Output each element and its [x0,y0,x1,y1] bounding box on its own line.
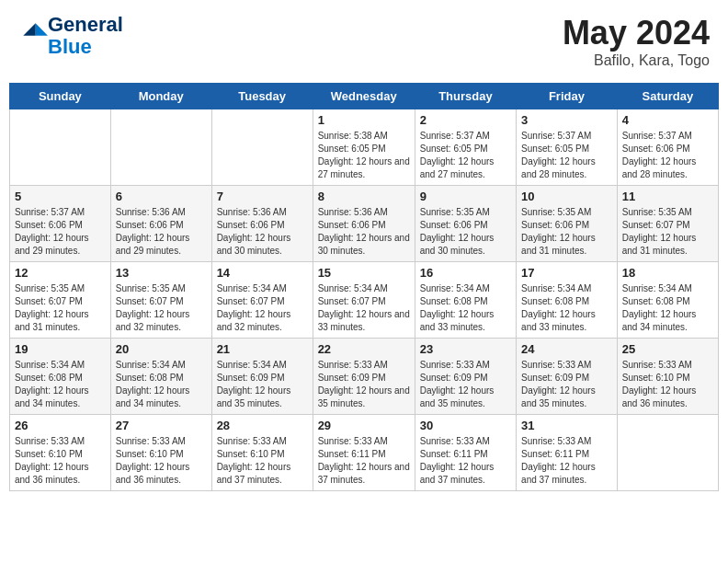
calendar-cell: 24Sunrise: 5:33 AM Sunset: 6:09 PM Dayli… [517,339,618,415]
day-info: Sunrise: 5:34 AM Sunset: 6:08 PM Dayligh… [15,359,106,410]
day-number: 8 [318,190,410,203]
calendar-cell: 18Sunrise: 5:34 AM Sunset: 6:08 PM Dayli… [617,262,718,339]
day-info: Sunrise: 5:34 AM Sunset: 6:08 PM Dayligh… [622,282,713,334]
calendar-cell: 22Sunrise: 5:33 AM Sunset: 6:09 PM Dayli… [313,339,415,415]
calendar-cell: 5Sunrise: 5:37 AM Sunset: 6:06 PM Daylig… [10,186,111,262]
day-info: Sunrise: 5:35 AM Sunset: 6:06 PM Dayligh… [420,206,511,258]
day-number: 1 [318,113,410,127]
calendar-cell: 4Sunrise: 5:37 AM Sunset: 6:06 PM Daylig… [617,109,718,186]
logo-icon [20,20,48,48]
calendar-cell: 3Sunrise: 5:37 AM Sunset: 6:05 PM Daylig… [517,109,618,186]
calendar-cell: 23Sunrise: 5:33 AM Sunset: 6:09 PM Dayli… [415,339,516,415]
page-header: General Blue May 2024 Bafilo, Kara, Togo [9,9,719,74]
day-number: 20 [116,342,207,356]
day-number: 26 [15,419,106,432]
day-number: 29 [318,419,410,432]
day-number: 14 [217,266,308,280]
day-number: 5 [15,190,106,203]
day-info: Sunrise: 5:33 AM Sunset: 6:11 PM Dayligh… [521,435,612,487]
weekday-saturday: Saturday [617,84,718,109]
calendar-cell: 25Sunrise: 5:33 AM Sunset: 6:10 PM Dayli… [617,339,718,415]
day-number: 9 [420,190,511,203]
weekday-monday: Monday [110,84,211,109]
day-number: 11 [622,190,713,203]
logo-line1: General [48,14,123,36]
day-number: 16 [420,266,511,280]
day-info: Sunrise: 5:36 AM Sunset: 6:06 PM Dayligh… [116,206,207,258]
day-number: 7 [217,190,308,203]
calendar-cell: 20Sunrise: 5:34 AM Sunset: 6:08 PM Dayli… [110,339,211,415]
title-block: May 2024 Bafilo, Kara, Togo [563,14,710,69]
week-row-1: 1Sunrise: 5:38 AM Sunset: 6:05 PM Daylig… [10,109,719,186]
day-info: Sunrise: 5:34 AM Sunset: 6:09 PM Dayligh… [217,359,308,410]
day-number: 19 [15,342,106,356]
day-info: Sunrise: 5:34 AM Sunset: 6:08 PM Dayligh… [521,282,612,334]
day-info: Sunrise: 5:35 AM Sunset: 6:07 PM Dayligh… [116,282,207,334]
logo-line2: Blue [48,36,123,58]
calendar-cell: 28Sunrise: 5:33 AM Sunset: 6:10 PM Dayli… [211,415,313,491]
calendar-cell: 14Sunrise: 5:34 AM Sunset: 6:07 PM Dayli… [211,262,313,339]
calendar-cell: 30Sunrise: 5:33 AM Sunset: 6:11 PM Dayli… [415,415,516,491]
weekday-friday: Friday [517,84,618,109]
day-number: 12 [15,266,106,280]
day-info: Sunrise: 5:37 AM Sunset: 6:06 PM Dayligh… [622,130,713,181]
svg-marker-1 [23,24,35,36]
day-info: Sunrise: 5:37 AM Sunset: 6:05 PM Dayligh… [521,130,612,181]
calendar-cell: 1Sunrise: 5:38 AM Sunset: 6:05 PM Daylig… [313,109,415,186]
day-number: 15 [318,266,410,280]
day-number: 25 [622,342,713,356]
day-info: Sunrise: 5:33 AM Sunset: 6:11 PM Dayligh… [318,435,410,487]
calendar-cell: 26Sunrise: 5:33 AM Sunset: 6:10 PM Dayli… [10,415,111,491]
logo: General Blue [18,14,123,58]
calendar-cell: 16Sunrise: 5:34 AM Sunset: 6:08 PM Dayli… [415,262,516,339]
day-info: Sunrise: 5:35 AM Sunset: 6:07 PM Dayligh… [622,206,713,258]
day-number: 21 [217,342,308,356]
week-row-3: 12Sunrise: 5:35 AM Sunset: 6:07 PM Dayli… [10,262,719,339]
day-number: 4 [622,113,713,127]
day-info: Sunrise: 5:33 AM Sunset: 6:10 PM Dayligh… [217,435,308,487]
calendar-cell: 29Sunrise: 5:33 AM Sunset: 6:11 PM Dayli… [313,415,415,491]
weekday-wednesday: Wednesday [313,84,415,109]
calendar-cell [10,109,111,186]
day-info: Sunrise: 5:38 AM Sunset: 6:05 PM Dayligh… [318,130,410,181]
day-info: Sunrise: 5:33 AM Sunset: 6:10 PM Dayligh… [116,435,207,487]
day-info: Sunrise: 5:36 AM Sunset: 6:06 PM Dayligh… [318,206,410,258]
day-info: Sunrise: 5:33 AM Sunset: 6:09 PM Dayligh… [521,359,612,410]
calendar-cell: 10Sunrise: 5:35 AM Sunset: 6:06 PM Dayli… [517,186,618,262]
day-info: Sunrise: 5:34 AM Sunset: 6:08 PM Dayligh… [116,359,207,410]
calendar-cell: 31Sunrise: 5:33 AM Sunset: 6:11 PM Dayli… [517,415,618,491]
day-number: 2 [420,113,511,127]
calendar-cell: 6Sunrise: 5:36 AM Sunset: 6:06 PM Daylig… [110,186,211,262]
day-number: 22 [318,342,410,356]
day-info: Sunrise: 5:36 AM Sunset: 6:06 PM Dayligh… [217,206,308,258]
calendar-cell: 17Sunrise: 5:34 AM Sunset: 6:08 PM Dayli… [517,262,618,339]
svg-marker-0 [36,24,48,36]
day-info: Sunrise: 5:34 AM Sunset: 6:08 PM Dayligh… [420,282,511,334]
calendar-cell: 2Sunrise: 5:37 AM Sunset: 6:05 PM Daylig… [415,109,516,186]
calendar-cell [110,109,211,186]
calendar-cell: 15Sunrise: 5:34 AM Sunset: 6:07 PM Dayli… [313,262,415,339]
day-number: 3 [521,113,612,127]
day-number: 24 [521,342,612,356]
day-number: 13 [116,266,207,280]
day-number: 10 [521,190,612,203]
day-info: Sunrise: 5:34 AM Sunset: 6:07 PM Dayligh… [318,282,410,334]
weekday-tuesday: Tuesday [211,84,313,109]
weekday-sunday: Sunday [10,84,111,109]
calendar-cell: 7Sunrise: 5:36 AM Sunset: 6:06 PM Daylig… [211,186,313,262]
day-info: Sunrise: 5:33 AM Sunset: 6:09 PM Dayligh… [420,359,511,410]
day-info: Sunrise: 5:33 AM Sunset: 6:10 PM Dayligh… [622,359,713,410]
day-info: Sunrise: 5:37 AM Sunset: 6:05 PM Dayligh… [420,130,511,181]
calendar-body: 1Sunrise: 5:38 AM Sunset: 6:05 PM Daylig… [10,109,719,491]
day-info: Sunrise: 5:35 AM Sunset: 6:06 PM Dayligh… [521,206,612,258]
day-info: Sunrise: 5:33 AM Sunset: 6:10 PM Dayligh… [15,435,106,487]
day-info: Sunrise: 5:35 AM Sunset: 6:07 PM Dayligh… [15,282,106,334]
calendar-cell: 27Sunrise: 5:33 AM Sunset: 6:10 PM Dayli… [110,415,211,491]
calendar-cell: 12Sunrise: 5:35 AM Sunset: 6:07 PM Dayli… [10,262,111,339]
day-number: 30 [420,419,511,432]
week-row-2: 5Sunrise: 5:37 AM Sunset: 6:06 PM Daylig… [10,186,719,262]
month-year: May 2024 [563,14,710,52]
calendar-cell: 11Sunrise: 5:35 AM Sunset: 6:07 PM Dayli… [617,186,718,262]
day-number: 28 [217,419,308,432]
calendar-table: SundayMondayTuesdayWednesdayThursdayFrid… [9,83,719,491]
